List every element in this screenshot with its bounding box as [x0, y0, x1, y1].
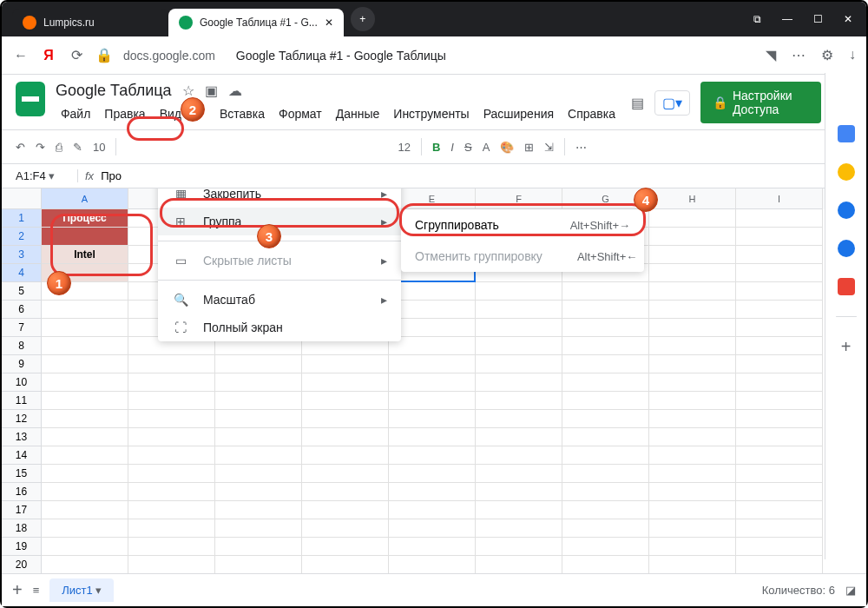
cell[interactable]: [562, 301, 649, 319]
calendar-icon[interactable]: [838, 125, 855, 142]
zoom-value[interactable]: 10: [93, 141, 105, 154]
cell[interactable]: [302, 556, 389, 574]
downloads-icon[interactable]: ↓: [849, 47, 856, 63]
cell[interactable]: [42, 319, 128, 337]
yandex-icon[interactable]: Я: [40, 48, 57, 63]
cell[interactable]: [736, 519, 823, 538]
cell[interactable]: [562, 282, 649, 301]
borders-icon[interactable]: ⊞: [524, 141, 534, 154]
cell[interactable]: [302, 355, 389, 373]
cell[interactable]: [649, 465, 736, 483]
cell[interactable]: [562, 337, 649, 355]
menu-file[interactable]: Файл: [56, 103, 95, 124]
cell[interactable]: [42, 410, 128, 428]
row-number[interactable]: 13: [2, 428, 42, 446]
cell[interactable]: [389, 501, 476, 519]
cell[interactable]: [389, 410, 476, 428]
row-number[interactable]: 7: [2, 319, 42, 337]
row-number[interactable]: 18: [2, 519, 42, 538]
cell[interactable]: [215, 446, 302, 465]
cell[interactable]: [736, 428, 823, 446]
cell[interactable]: [476, 465, 562, 483]
cell[interactable]: [302, 465, 389, 483]
cell[interactable]: [476, 392, 562, 410]
cell[interactable]: [302, 519, 389, 538]
cell[interactable]: [215, 538, 302, 556]
cell[interactable]: [736, 319, 823, 337]
browser-tab-inactive[interactable]: Lumpics.ru: [12, 9, 168, 36]
cell[interactable]: [389, 392, 476, 410]
cell[interactable]: [476, 428, 562, 446]
row-number[interactable]: 20: [2, 556, 42, 574]
cell[interactable]: [215, 355, 302, 373]
cell[interactable]: [42, 392, 128, 410]
row-number[interactable]: 2: [2, 228, 42, 246]
cell[interactable]: [128, 428, 215, 446]
cell[interactable]: [562, 446, 649, 465]
row-number[interactable]: 3: [2, 246, 42, 264]
cell[interactable]: [649, 410, 736, 428]
cell[interactable]: [389, 465, 476, 483]
cell[interactable]: [649, 319, 736, 337]
cell[interactable]: [476, 355, 562, 373]
cell[interactable]: [649, 209, 736, 228]
cell[interactable]: [389, 519, 476, 538]
menu-format[interactable]: Формат: [273, 103, 327, 124]
row-number[interactable]: 8: [2, 337, 42, 355]
cell[interactable]: [562, 519, 649, 538]
cell[interactable]: [215, 465, 302, 483]
cell[interactable]: [562, 392, 649, 410]
close-tab-icon[interactable]: ✕: [325, 17, 333, 29]
add-addon-icon[interactable]: +: [838, 338, 855, 355]
sheet-tab[interactable]: Лист1 ▾: [49, 578, 114, 602]
cell[interactable]: [42, 301, 128, 319]
textcolor-icon[interactable]: A: [483, 141, 490, 154]
row-number[interactable]: 4: [2, 264, 42, 282]
cloud-icon[interactable]: ☁: [228, 83, 242, 99]
sheets-logo-icon[interactable]: [16, 82, 45, 116]
row-number[interactable]: 11: [2, 392, 42, 410]
menu-insert[interactable]: Вставка: [214, 103, 270, 124]
cell[interactable]: [302, 483, 389, 501]
cell[interactable]: [649, 373, 736, 392]
row-number[interactable]: 6: [2, 301, 42, 319]
redo-icon[interactable]: ↷: [36, 141, 45, 154]
bold-icon[interactable]: B: [432, 141, 440, 154]
close-icon[interactable]: ✕: [844, 13, 852, 25]
cell[interactable]: [302, 410, 389, 428]
cell[interactable]: [42, 355, 128, 373]
cell[interactable]: [389, 446, 476, 465]
cell[interactable]: [128, 556, 215, 574]
cell[interactable]: [128, 373, 215, 392]
cell[interactable]: [476, 410, 562, 428]
cell[interactable]: [736, 392, 823, 410]
cell[interactable]: [215, 373, 302, 392]
cell[interactable]: [649, 428, 736, 446]
cell[interactable]: [389, 538, 476, 556]
cell[interactable]: [476, 519, 562, 538]
minimize-icon[interactable]: ―: [782, 13, 792, 25]
menu-freeze[interactable]: ▦ Закрепить ▸: [158, 188, 401, 208]
name-box[interactable]: A1:F4 ▾: [9, 169, 78, 182]
cell[interactable]: [649, 501, 736, 519]
add-sheet-button[interactable]: +: [12, 580, 23, 600]
cell[interactable]: [42, 556, 128, 574]
row-number[interactable]: 15: [2, 465, 42, 483]
col-F[interactable]: F: [476, 188, 562, 209]
cell[interactable]: [389, 319, 476, 337]
cell[interactable]: [128, 519, 215, 538]
menu-data[interactable]: Данные: [331, 103, 385, 124]
maximize-icon[interactable]: ☐: [813, 13, 823, 25]
count-display[interactable]: Количество: 6: [762, 584, 835, 597]
cell[interactable]: Процесс: [42, 209, 128, 228]
cell[interactable]: [42, 501, 128, 519]
cell[interactable]: [302, 446, 389, 465]
cell[interactable]: [42, 446, 128, 465]
cell[interactable]: [42, 483, 128, 501]
extensions-icon[interactable]: ⚙: [821, 47, 833, 63]
cell[interactable]: [649, 483, 736, 501]
cell[interactable]: [215, 428, 302, 446]
cell[interactable]: [736, 501, 823, 519]
cell[interactable]: [128, 392, 215, 410]
row-number[interactable]: 10: [2, 373, 42, 392]
